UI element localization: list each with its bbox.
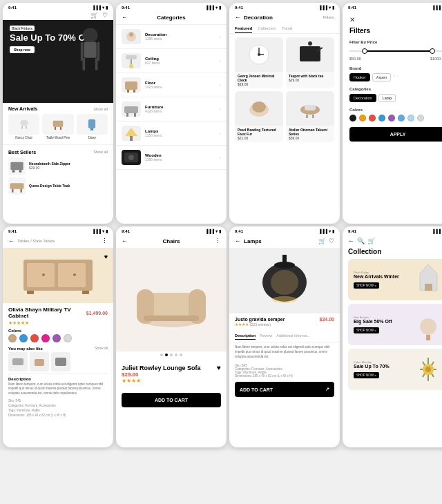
cat-info-lamps: Lamps 1156 items [145, 129, 215, 137]
dot-2[interactable] [165, 353, 168, 356]
bestseller-img-2 [8, 177, 26, 195]
color-lightblue[interactable] [398, 115, 405, 122]
filter-panel-title: Filters [349, 27, 442, 35]
status-bar-1: 9:41 ▐▐▐ ▾ ▮ [3, 3, 113, 10]
chairs-title: Chairs [163, 238, 180, 244]
related-prod-3[interactable] [51, 352, 70, 371]
color-black[interactable] [349, 115, 356, 122]
dot-1[interactable] [160, 353, 163, 356]
more-icon-5[interactable]: ⋮ [102, 238, 108, 244]
time-6: 9:41 [122, 229, 130, 233]
cat-tag-lamp[interactable]: Lamp [378, 94, 396, 102]
cat-tag-decoration[interactable]: Decoration [349, 94, 376, 102]
lamps-nav-icons: 🛒 ♡ [318, 238, 334, 244]
show-all-link[interactable]: Show all [93, 107, 108, 111]
category-item-lamps[interactable]: Lamps 1156 items › [116, 122, 227, 146]
search-icon-8[interactable]: 🔍 [357, 238, 365, 244]
tab-review[interactable]: Review [260, 332, 272, 340]
battery-icon-3: ▮ [332, 5, 334, 10]
cart-icon[interactable]: 🛒 [90, 12, 98, 19]
cat-img-furniture [122, 101, 141, 117]
shop-now-1[interactable]: SHOP NOW » [354, 282, 379, 289]
color-btn-purple-cab[interactable] [52, 334, 61, 342]
back-icon-6[interactable]: ← [122, 238, 128, 244]
category-item-decoration[interactable]: Decoration 1385 items › [116, 25, 227, 49]
category-item-furniture[interactable]: Furniture 4126 items › [116, 97, 227, 122]
tab-collection[interactable]: Collection [258, 24, 276, 33]
add-to-cart-button-sofa[interactable]: ADD TO CART [122, 393, 221, 407]
category-item-ceiling[interactable]: Ceiling 827 items › [116, 49, 227, 73]
range-thumb-min[interactable] [362, 48, 367, 54]
color-orange[interactable] [359, 115, 366, 122]
color-btn-pink-cab[interactable] [41, 334, 50, 342]
brand-tag-hooker[interactable]: Hooker [349, 73, 370, 81]
dot-5[interactable] [180, 353, 182, 356]
add-to-cart-button-lamp[interactable]: ADD TO CART ↗ [235, 382, 334, 397]
new-arrivals-title: New Arrivals [8, 106, 37, 111]
sofa-wishlist[interactable]: ♥ [217, 364, 221, 371]
color-gray[interactable] [417, 115, 424, 122]
prod-name-clock: Georg Jensen Minimal Clock [238, 74, 280, 82]
dot-3[interactable] [170, 353, 173, 356]
cart-icon-8[interactable]: 🛒 [367, 238, 375, 244]
heart-icon[interactable]: ♡ [102, 12, 108, 19]
collection-card-1[interactable]: Flash Friday New Arrivals Winter SHOP NO… [348, 259, 442, 300]
back-icon-5[interactable]: ← [8, 238, 15, 244]
color-btn-tan[interactable] [8, 334, 17, 342]
related-prod-1[interactable] [8, 352, 28, 371]
color-btn-gray-cab[interactable] [64, 334, 72, 342]
wifi-icon: ▾ [102, 5, 104, 10]
color-paleblue[interactable] [407, 115, 414, 122]
lamps-back-label: Lamps [244, 238, 316, 244]
heart-icon-7[interactable]: ♡ [329, 238, 334, 244]
category-item-floor[interactable]: Floor 1423 items › [116, 73, 227, 97]
sofa-stars: ★★★★ [122, 378, 141, 384]
svg-rect-65 [282, 255, 287, 266]
bestseller-item-2[interactable]: Quora Design Table Teak [8, 177, 108, 195]
collection-card-3[interactable]: Cyber Monday Sale Up To 70% SHOP NOW » [348, 349, 442, 390]
back-icon-7[interactable]: ← [235, 238, 241, 244]
shop-now-3[interactable]: SHOP NOW » [354, 372, 379, 378]
shop-now-2[interactable]: SHOP NOW » [354, 327, 379, 333]
product-card-3[interactable]: Daisy [77, 114, 108, 139]
price-range-slider[interactable] [349, 47, 442, 55]
collection-card-2[interactable]: New Arrivals Big Sale 50% Off SHOP NOW » [348, 304, 442, 345]
shop-now-button[interactable]: Shop now [10, 46, 35, 53]
color-purple[interactable] [388, 115, 395, 122]
product-card-ottoman[interactable]: Atelier Ottoman Takumi Series $39.00 [286, 91, 334, 142]
svg-rect-62 [144, 316, 199, 321]
color-red[interactable] [369, 115, 376, 122]
color-blue[interactable] [378, 115, 385, 122]
color-btn-red-cab[interactable] [30, 334, 39, 342]
tab-featured[interactable]: Featured [235, 24, 252, 33]
product-card-2[interactable]: Table Wood Pine [42, 114, 73, 139]
related-prod-2[interactable] [30, 352, 49, 371]
product-card-teapot[interactable]: Teapot with black tea $29.00 [286, 37, 334, 88]
wishlist-icon-cabinet[interactable]: ♥ [104, 253, 108, 260]
brand-more-icon[interactable]: + › [393, 73, 398, 81]
apply-button[interactable]: APPLY [349, 127, 442, 142]
filter-label-3[interactable]: Filters [323, 15, 334, 19]
tab-description[interactable]: Description [235, 332, 256, 340]
back-icon-3[interactable]: ← [235, 14, 241, 21]
brand-tag-aspen[interactable]: Aspen [372, 73, 392, 81]
back-icon-8[interactable]: ← [348, 238, 354, 244]
product-card-clock[interactable]: Georg Jensen Minimal Clock $19.00 [235, 37, 283, 88]
category-item-wooden[interactable]: Wooden 1395 items › [116, 146, 227, 170]
sofa-price: $29.00 [122, 371, 221, 378]
close-icon[interactable]: ✕ [349, 16, 442, 23]
range-thumb-max[interactable] [430, 48, 435, 54]
more-icon-6[interactable]: ⋮ [215, 238, 221, 244]
tab-additional[interactable]: Additional informa... [276, 332, 310, 340]
cart-icon-7[interactable]: 🛒 [318, 238, 326, 244]
bestsellers-show-all[interactable]: Show all [93, 150, 108, 154]
color-btn-blue-cab[interactable] [19, 334, 28, 342]
product-card-fur[interactable]: Pearl Beading Textured Faux Fur $21.00 [235, 91, 283, 142]
product-card-1[interactable]: Nancy Chair [8, 114, 39, 139]
back-icon-2[interactable]: ← [122, 14, 128, 21]
battery-icon-6: ▮ [219, 229, 221, 233]
dot-4[interactable] [175, 353, 177, 356]
tab-trend[interactable]: Trend [282, 24, 292, 33]
bestseller-item-1[interactable]: Houndstooth Side Zipper $29.00 [8, 157, 108, 175]
you-may-show-all[interactable]: Show all [95, 346, 108, 350]
